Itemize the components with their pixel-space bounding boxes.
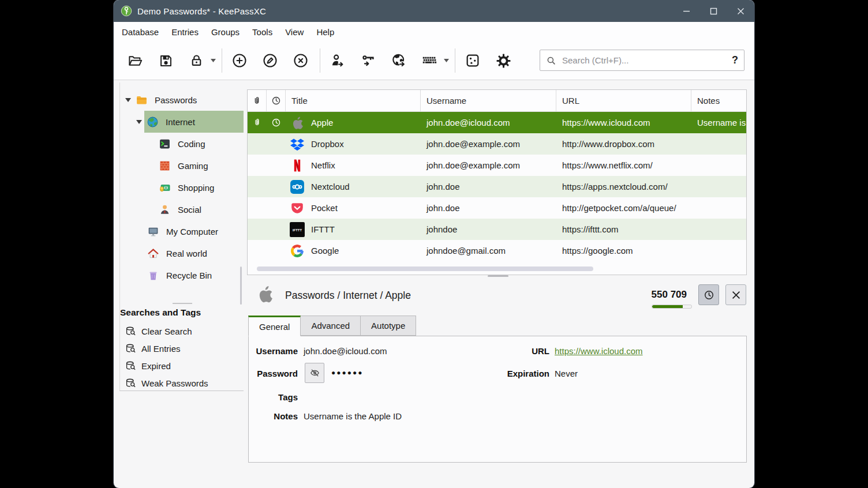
tree-item-passwords[interactable]: Passwords xyxy=(120,89,244,111)
entry-title: IFTTT xyxy=(311,224,335,234)
tree-item-recycle-bin[interactable]: Recycle Bin xyxy=(120,264,244,286)
username-label: Username xyxy=(249,346,298,356)
tree-item-social[interactable]: Social xyxy=(120,198,244,220)
menu-help[interactable]: Help xyxy=(310,24,341,40)
password-hidden-dots: ●●●●●● xyxy=(331,369,364,377)
entry-url: https://www.netflix.com/ xyxy=(556,160,691,170)
close-preview-button[interactable] xyxy=(725,284,746,305)
settings-button[interactable] xyxy=(491,48,516,73)
expand-arrow[interactable] xyxy=(135,120,143,124)
maximize-button[interactable] xyxy=(700,0,727,22)
table-row-ifttt[interactable]: IFTTT IFTTT johndoe https://ifttt.com xyxy=(248,219,746,240)
search-input[interactable] xyxy=(561,55,727,66)
entry-username: john.doe@icloud.com xyxy=(421,118,556,127)
entry-username: john.doe@example.com xyxy=(421,139,556,149)
title-column-header[interactable]: Title xyxy=(286,90,421,111)
copy-username-icon xyxy=(330,52,346,69)
entry-url: http://getpocket.com/a/queue/ xyxy=(556,203,691,213)
tree-selection-highlight: Internet xyxy=(144,111,244,133)
apple-icon-large xyxy=(255,283,275,305)
panel-splitter-handle[interactable] xyxy=(488,275,508,277)
menu-view[interactable]: View xyxy=(279,24,310,40)
keyboard-icon xyxy=(421,52,438,69)
add-entry-button[interactable] xyxy=(227,48,252,73)
tree-item-coding[interactable]: Coding xyxy=(120,133,244,155)
tree-item-shopping[interactable]: Shopping xyxy=(120,177,244,198)
edit-entry-button[interactable] xyxy=(257,48,283,73)
menu-groups[interactable]: Groups xyxy=(205,24,246,40)
username-column-header[interactable]: Username xyxy=(421,90,556,111)
search-item-label: Expired xyxy=(141,361,171,371)
search-item-clear-search[interactable]: Clear Search xyxy=(120,322,242,340)
close-window-button[interactable] xyxy=(727,0,754,22)
table-row-apple[interactable]: Apple john.doe@icloud.com https://www.ic… xyxy=(248,112,746,133)
tab-advanced[interactable]: Advanced xyxy=(301,316,361,336)
ifttt-icon: IFTTT xyxy=(290,222,305,237)
expiration-column-header[interactable] xyxy=(267,90,286,111)
save-icon xyxy=(158,53,174,69)
copy-password-button[interactable] xyxy=(356,48,381,73)
autotype-dropdown-arrow[interactable] xyxy=(442,48,450,73)
menu-database[interactable]: Database xyxy=(115,24,165,40)
tree-item-real-world[interactable]: Real world xyxy=(120,242,244,264)
tree-item-label: Social xyxy=(178,205,201,215)
search-box[interactable]: ? xyxy=(540,50,744,71)
search-item-label: All Entries xyxy=(141,344,181,354)
search-help-label[interactable]: ? xyxy=(727,54,738,66)
tree-item-my-computer[interactable]: My Computer xyxy=(120,220,244,242)
group-tree: Passwords Internet Coding Gaming Sho xyxy=(120,89,244,286)
attachment-column-header[interactable] xyxy=(248,90,267,111)
tree-item-label: Coding xyxy=(178,139,205,149)
table-row-dropbox[interactable]: Dropbox john.doe@example.com http://www.… xyxy=(248,133,746,155)
eye-off-icon xyxy=(309,367,320,378)
tree-item-label: Internet xyxy=(166,117,195,127)
lock-database-button[interactable] xyxy=(184,48,209,73)
lock-dropdown-arrow[interactable] xyxy=(209,48,217,73)
reveal-password-button[interactable] xyxy=(305,363,324,383)
table-horizontal-scrollbar[interactable] xyxy=(257,266,593,271)
keepassxc-logo-icon xyxy=(121,5,132,17)
password-generator-button[interactable] xyxy=(460,48,485,73)
copy-username-button[interactable] xyxy=(325,48,350,73)
tree-item-internet[interactable]: Internet xyxy=(120,111,244,133)
entry-username: johndoe@gmail.com xyxy=(421,246,556,256)
search-item-weak-passwords[interactable]: Weak Passwords xyxy=(120,374,242,392)
tab-autotype[interactable]: Autotype xyxy=(361,316,416,336)
notes-column-header[interactable]: Notes xyxy=(691,90,746,111)
search-item-all-entries[interactable]: All Entries xyxy=(120,340,242,357)
tab-general[interactable]: General xyxy=(248,316,301,336)
edit-circle-icon xyxy=(262,52,278,69)
url-column-header[interactable]: URL xyxy=(556,90,691,111)
entry-title: Netflix xyxy=(311,160,335,170)
table-row-google[interactable]: Google johndoe@gmail.com https://google.… xyxy=(248,240,746,261)
delete-entry-button[interactable] xyxy=(288,48,313,73)
sidebar-divider xyxy=(119,391,244,391)
open-database-button[interactable] xyxy=(122,48,148,73)
titlebar[interactable]: Demo Passwords* - KeePassXC xyxy=(114,0,754,22)
monitor-icon xyxy=(147,226,159,238)
table-row-pocket[interactable]: Pocket john.doe http://getpocket.com/a/q… xyxy=(248,197,746,219)
url-link[interactable]: https://www.icloud.com xyxy=(555,346,643,356)
table-row-nextcloud[interactable]: Nextcloud john.doe https://apps.nextclou… xyxy=(248,176,746,197)
entry-history-button[interactable] xyxy=(698,284,719,305)
entry-breadcrumb: Passwords / Internet / Apple xyxy=(285,290,411,302)
autotype-button[interactable] xyxy=(417,48,442,73)
delete-circle-icon xyxy=(293,52,309,69)
dropbox-icon xyxy=(290,137,305,152)
tree-scrollbar[interactable] xyxy=(240,266,242,305)
open-url-button[interactable] xyxy=(386,48,411,73)
entry-username: johndoe xyxy=(421,224,556,234)
keepassxc-window: Demo Passwords* - KeePassXC Database Ent… xyxy=(114,0,754,488)
entry-table: Title Username URL Notes Apple john.doe@… xyxy=(247,89,747,275)
search-item-expired[interactable]: Expired xyxy=(120,357,242,374)
table-row-netflix[interactable]: Netflix john.doe@example.com https://www… xyxy=(248,155,746,176)
entry-title: Apple xyxy=(311,118,333,127)
expand-arrow[interactable] xyxy=(124,98,132,102)
menu-tools[interactable]: Tools xyxy=(246,24,279,40)
tree-item-gaming[interactable]: Gaming xyxy=(120,155,244,177)
minimize-button[interactable] xyxy=(673,0,700,22)
save-database-button[interactable] xyxy=(153,48,178,73)
menu-entries[interactable]: Entries xyxy=(165,24,205,40)
entry-title: Google xyxy=(311,246,339,256)
clock-icon xyxy=(704,290,714,301)
